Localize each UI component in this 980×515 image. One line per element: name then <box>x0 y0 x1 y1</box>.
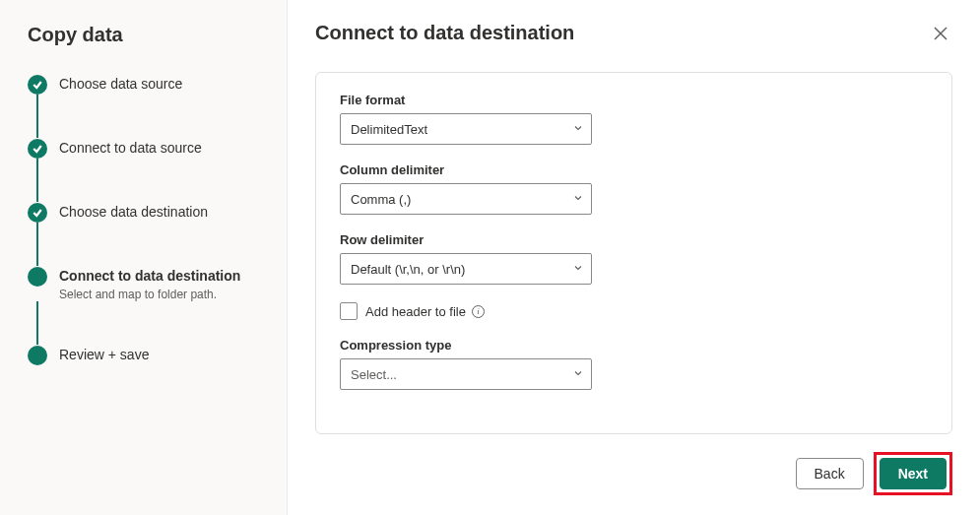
close-icon <box>933 30 948 44</box>
step-choose-data-source[interactable]: Choose data source <box>28 74 267 95</box>
row-delimiter-label: Row delimiter <box>340 232 928 247</box>
wizard-sidebar: Copy data Choose data source Connect to … <box>0 0 288 515</box>
field-column-delimiter: Column delimiter Comma (,) <box>340 162 928 215</box>
step-connect-data-destination[interactable]: Connect to data destination Select and m… <box>28 266 267 301</box>
compression-type-label: Compression type <box>340 338 928 353</box>
step-choose-data-destination[interactable]: Choose data destination <box>28 202 267 223</box>
back-button[interactable]: Back <box>796 458 864 489</box>
close-button[interactable] <box>929 22 952 48</box>
step-review-save[interactable]: Review + save <box>28 345 267 365</box>
step-sublabel: Select and map to folder path. <box>59 288 240 301</box>
wizard-footer: Back Next <box>315 452 952 495</box>
row-delimiter-select[interactable]: Default (\r,\n, or \r\n) <box>340 253 592 285</box>
step-label: Choose data source <box>59 74 182 92</box>
step-connector <box>36 301 38 345</box>
file-format-label: File format <box>340 93 928 107</box>
field-add-header: Add header to file i <box>340 302 928 320</box>
step-connector <box>36 159 38 202</box>
highlight-annotation: Next <box>874 452 952 495</box>
step-connector <box>36 223 38 266</box>
check-icon <box>28 75 47 95</box>
step-connect-data-source[interactable]: Connect to data source <box>28 138 267 159</box>
field-file-format: File format DelimitedText <box>340 93 928 145</box>
field-row-delimiter: Row delimiter Default (\r,\n, or \r\n) <box>340 232 928 285</box>
step-connector <box>36 95 38 138</box>
current-step-icon <box>28 267 47 287</box>
step-label: Choose data destination <box>59 202 208 220</box>
sidebar-title: Copy data <box>28 24 267 46</box>
add-header-checkbox[interactable] <box>340 302 358 320</box>
compression-type-select[interactable]: Select... <box>340 358 592 390</box>
check-icon <box>28 139 47 159</box>
upcoming-step-icon <box>28 346 47 365</box>
add-header-label: Add header to file <box>365 304 466 319</box>
form-card: File format DelimitedText Column delimit… <box>315 72 952 434</box>
info-icon[interactable]: i <box>472 305 485 318</box>
main-header: Connect to data destination <box>315 22 952 48</box>
step-label: Connect to data source <box>59 138 202 156</box>
step-label: Review + save <box>59 345 149 362</box>
column-delimiter-select[interactable]: Comma (,) <box>340 183 592 215</box>
field-compression-type: Compression type Select... <box>340 338 928 390</box>
next-button[interactable]: Next <box>880 458 947 489</box>
file-format-select[interactable]: DelimitedText <box>340 113 592 145</box>
step-label: Connect to data destination <box>59 266 240 284</box>
main-panel: Connect to data destination File format … <box>288 0 980 515</box>
wizard-steps: Choose data source Connect to data sourc… <box>28 74 267 365</box>
page-title: Connect to data destination <box>315 22 574 44</box>
check-icon <box>28 203 47 223</box>
column-delimiter-label: Column delimiter <box>340 162 928 177</box>
